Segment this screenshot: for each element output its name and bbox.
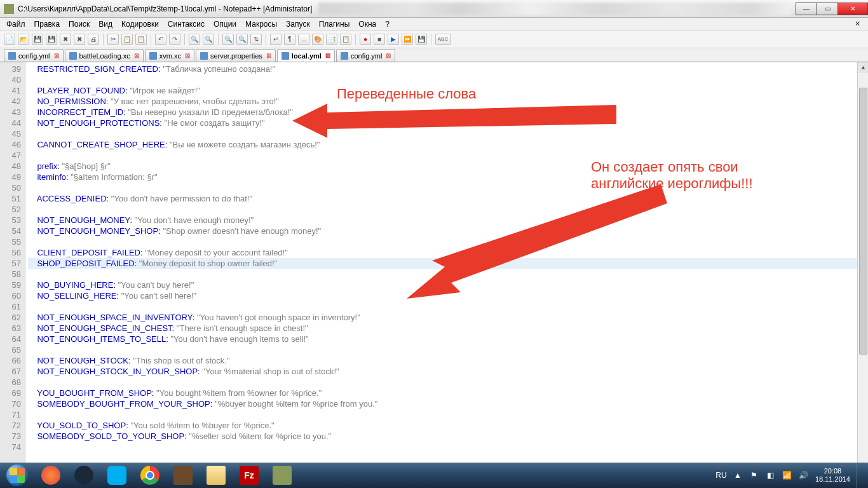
stop-macro-icon[interactable]: ■ [374,34,385,45]
tab-config.yml[interactable]: config.yml⊠ [336,49,396,62]
tray-action-center-icon[interactable]: ⚑ [749,470,759,480]
line-number-gutter: 3940414243444546474849505152535455565758… [0,62,25,477]
tray-app-icon[interactable]: ◧ [766,470,776,480]
print-icon[interactable]: 🖨 [88,34,99,45]
new-file-icon[interactable]: 📄 [4,34,15,45]
func-list-icon[interactable]: 📋 [340,34,351,45]
tab-close-icon[interactable]: ⊠ [134,52,139,59]
tab-config.yml[interactable]: config.yml⊠ [4,49,64,62]
find-icon[interactable]: 🔍 [189,34,200,45]
window-title: C:\Users\Кирилл\AppData\Local\Temp\fz3te… [18,4,312,13]
taskbar-explorer[interactable] [200,463,233,488]
replace-icon[interactable]: 🔍 [203,34,214,45]
show-desktop-button[interactable] [857,463,862,488]
tab-battleLoading.xc[interactable]: battleLoading.xc⊠ [65,49,144,62]
taskbar-filezilla[interactable]: Fz [233,463,266,488]
paste-icon[interactable]: 📋 [135,34,147,45]
start-button[interactable] [0,463,34,488]
menu-Запуск[interactable]: Запуск [282,19,314,29]
tray-show-hidden-icon[interactable]: ▲ [733,470,743,480]
redo-icon[interactable]: ↷ [169,34,180,45]
zoom-in-icon[interactable]: 🔍 [222,34,234,45]
cut-icon[interactable]: ✂ [107,34,119,45]
tab-close-icon[interactable]: ⊠ [266,52,271,59]
tab-close-icon[interactable]: ⊠ [54,52,59,59]
taskbar-minecraft[interactable] [166,463,200,488]
scroll-thumb[interactable] [859,88,867,355]
app-icon [4,4,14,14]
tab-bar: config.yml⊠battleLoading.xc⊠xvm.xc⊠serve… [0,48,868,62]
zoom-out-icon[interactable]: 🔍 [236,34,248,45]
taskbar-skype[interactable] [100,463,133,488]
undo-icon[interactable]: ↶ [155,34,166,45]
play-macro-icon[interactable]: ▶ [388,34,399,45]
tab-server.properties[interactable]: server.properties⊠ [196,49,276,62]
menu-Окна[interactable]: Окна [355,19,380,29]
code-area[interactable]: RESTRICTED_SIGN_CREATED: "Табличка успеш… [25,62,868,477]
menu-bar: ФайлПравкаПоискВидКодировкиСинтаксисОпци… [0,18,868,30]
file-icon [341,52,348,60]
menu-Правка[interactable]: Правка [31,19,64,29]
windows-orb-icon [6,464,28,486]
taskbar-chrome[interactable] [133,463,166,488]
toolbar: 📄 📂 💾 💾 ✖ ✖ 🖨 ✂ 📋 📋 ↶ ↷ 🔍 🔍 🔍 🔍 ⇅ ↵ ¶ ⎵ … [0,30,868,48]
file-icon [69,52,77,60]
menu-Синтаксис[interactable]: Синтаксис [164,19,208,29]
spellcheck-icon[interactable]: ABC [435,34,451,45]
file-icon [149,52,157,60]
menu-Кодировки[interactable]: Кодировки [118,19,163,29]
tab-close-icon[interactable]: ⊠ [325,52,330,59]
window-controls: — ▭ ✕ [796,3,868,15]
taskbar-steam[interactable] [67,463,100,488]
save-icon[interactable]: 💾 [32,34,43,45]
tray-clock[interactable]: 20:08 18.11.2014 [815,467,850,484]
menu-Плагины[interactable]: Плагины [315,19,354,29]
file-icon [281,52,289,60]
menu-Файл[interactable]: Файл [3,19,29,29]
tab-close-icon[interactable]: ⊠ [185,52,190,59]
taskbar-app-1[interactable] [34,463,67,488]
menu-Опции[interactable]: Опции [210,19,240,29]
vertical-scrollbar[interactable]: ▲ ▼ [857,62,868,477]
scroll-up-icon[interactable]: ▲ [858,62,868,73]
close-all-icon[interactable]: ✖ [74,34,85,45]
open-file-icon[interactable]: 📂 [18,34,29,45]
taskbar-notepadpp[interactable] [266,463,299,488]
wordwrap-icon[interactable]: ↵ [270,34,281,45]
minimize-button[interactable]: — [796,3,817,15]
taskbar: Fz RU ▲ ⚑ ◧ 📶 🔊 20:08 18.11.2014 [0,463,868,488]
tray-lang[interactable]: RU [716,470,726,480]
tab-local.yml[interactable]: local.yml⊠ [277,49,335,62]
tray-volume-icon[interactable]: 🔊 [799,470,809,480]
window-titlebar: C:\Users\Кирилл\AppData\Local\Temp\fz3te… [0,0,868,18]
doc-map-icon[interactable]: 📑 [326,34,337,45]
tray-network-icon[interactable]: 📶 [782,470,792,480]
maximize-button[interactable]: ▭ [817,3,838,15]
editor-area: 3940414243444546474849505152535455565758… [0,62,868,477]
record-macro-icon[interactable]: ● [360,34,371,45]
menu-Вид[interactable]: Вид [95,19,116,29]
save-all-icon[interactable]: 💾 [46,34,57,45]
menu-?[interactable]: ? [381,19,393,29]
menu-Макросы[interactable]: Макросы [241,19,281,29]
system-tray: RU ▲ ⚑ ◧ 📶 🔊 20:08 18.11.2014 [716,463,868,488]
tab-close-icon[interactable]: ⊠ [386,52,391,59]
tab-xvm.xc[interactable]: xvm.xc⊠ [145,49,194,62]
aero-blur [318,3,790,15]
indent-guides-icon[interactable]: ⎵ [298,34,309,45]
save-macro-icon[interactable]: 💾 [416,34,427,45]
file-icon [200,52,208,60]
file-icon [8,52,16,60]
close-button[interactable]: ✕ [837,3,868,15]
user-lang-icon[interactable]: 🎨 [312,34,323,45]
run-multi-icon[interactable]: ⏩ [402,34,413,45]
close-icon[interactable]: ✖ [60,34,71,45]
show-symbols-icon[interactable]: ¶ [284,34,295,45]
menu-Поиск[interactable]: Поиск [65,19,93,29]
sync-scroll-icon[interactable]: ⇅ [250,34,262,45]
close-document-button[interactable]: ✕ [851,19,864,29]
copy-icon[interactable]: 📋 [121,34,133,45]
